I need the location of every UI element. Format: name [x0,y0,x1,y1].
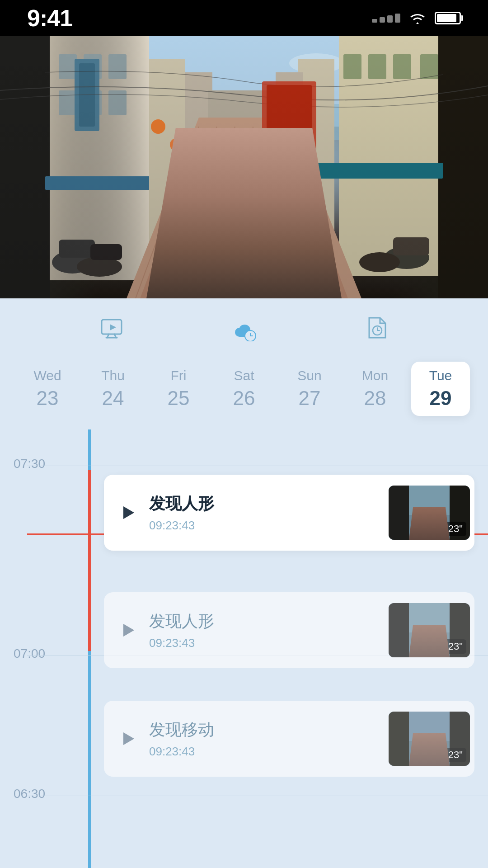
svg-rect-80 [409,712,450,741]
day-num-wed: 23 [37,387,59,410]
svg-line-71 [436,510,445,540]
event-duration-1: 23" [445,522,466,536]
event-title-1: 发现人形 [149,493,380,515]
svg-line-34 [271,127,294,298]
day-name-tue: Tue [429,368,452,383]
icons-row [0,298,488,357]
svg-marker-68 [413,508,445,540]
play-button-2[interactable] [117,619,140,642]
event-thumb-2[interactable]: 23" [389,603,470,657]
calendar-day-thu[interactable]: Thu 24 [84,362,142,416]
time-label-0630: 06:30 [14,787,45,801]
event-time-3: 09:23:43 [149,745,380,759]
status-time: 9:41 [27,5,72,32]
hero-image [0,36,488,298]
event-title-3: 发现移动 [149,719,380,741]
timeline-inner: 07:30 发现人形 09:23:43 [0,429,488,868]
play-triangle-icon-2 [123,624,134,637]
tv-icon [98,314,125,341]
event-card-1[interactable]: 发现人形 09:23:43 23" [104,475,474,551]
svg-line-69 [413,510,422,540]
event-duration-2: 23" [445,639,466,654]
day-name-thu: Thu [101,368,125,383]
event-time-2: 09:23:43 [149,636,380,650]
event-duration-3: 23" [445,748,466,762]
day-num-mon: 28 [364,387,386,410]
time-label-0730: 07:30 [14,457,45,471]
svg-rect-52 [0,36,488,298]
day-num-sun: 27 [299,387,321,410]
file-clock-icon [363,314,390,341]
svg-point-43 [237,192,251,206]
day-num-tue: 29 [430,387,452,410]
svg-rect-75 [409,603,450,632]
day-name-fri: Fri [171,368,187,383]
event-title-2: 发现人形 [149,610,380,632]
event-time-1: 09:23:43 [149,519,380,533]
svg-rect-44 [239,206,249,226]
svg-rect-78 [389,712,409,766]
event-thumb-1[interactable]: 23" [389,486,470,540]
calendar-day-mon[interactable]: Mon 28 [346,362,404,416]
tv-button[interactable] [94,310,130,346]
event-card-3[interactable]: 发现移动 09:23:43 23" [104,701,474,777]
event-info-1: 发现人形 09:23:43 [149,493,380,533]
event-card-2[interactable]: 发现人形 09:23:43 23" [104,592,474,668]
svg-rect-73 [389,603,409,657]
hero-photo [0,36,488,298]
svg-line-33 [244,127,253,298]
svg-point-45 [240,222,257,230]
calendar-day-sat[interactable]: Sat 26 [215,362,273,416]
cloud-sync-icon [230,314,258,341]
calendar-row: Wed 23 Thu 24 Fri 25 Sat 26 Sun 27 Mon 2… [0,357,488,429]
signal-icon [372,14,400,23]
day-name-sun: Sun [297,368,321,383]
time-label-0700: 07:00 [14,646,45,661]
street-scene-svg [0,36,488,298]
svg-rect-67 [409,486,450,515]
status-bar: 9:41 [0,0,488,36]
red-vertical-line-upper [88,470,91,538]
svg-marker-57 [110,324,116,330]
day-num-fri: 25 [168,387,190,410]
event-thumb-3[interactable]: 23" [389,712,470,766]
file-clock-button[interactable] [358,310,394,346]
wifi-icon [408,11,427,25]
play-button-3[interactable] [117,727,140,750]
day-name-mon: Mon [362,368,388,383]
play-triangle-icon-3 [123,732,134,745]
divider-0730 [27,466,488,466]
play-button-1[interactable] [117,501,140,524]
status-icons [372,11,461,25]
svg-marker-76 [413,626,445,657]
calendar-day-wed[interactable]: Wed 23 [18,362,77,416]
battery-icon [435,12,461,24]
calendar-day-sun[interactable]: Sun 27 [280,362,339,416]
day-name-sat: Sat [234,368,254,383]
calendar-day-tue[interactable]: Tue 29 [411,362,470,416]
day-num-thu: 24 [102,387,124,410]
svg-marker-81 [413,734,445,766]
svg-point-46 [231,222,248,230]
svg-line-32 [194,127,235,298]
timeline-area: 07:30 发现人形 09:23:43 [0,429,488,868]
calendar-day-fri[interactable]: Fri 25 [149,362,208,416]
play-triangle-icon-1 [123,506,134,519]
svg-rect-65 [389,486,409,540]
cloud-sync-button[interactable] [226,310,262,346]
svg-marker-29 [140,131,348,298]
event-info-2: 发现人形 09:23:43 [149,610,380,650]
divider-0630 [27,796,488,796]
day-num-sat: 26 [233,387,255,410]
day-name-wed: Wed [33,368,61,383]
red-vertical-line-lower [88,533,91,651]
event-info-3: 发现移动 09:23:43 [149,719,380,759]
